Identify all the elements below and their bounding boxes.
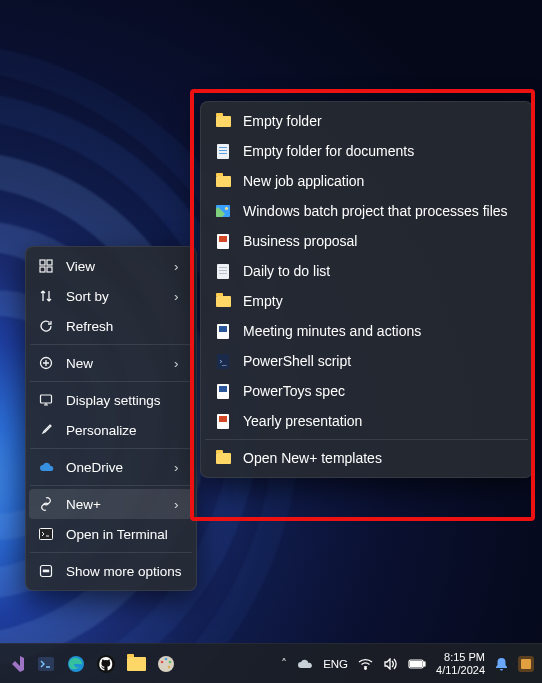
tmpl-powertoys-spec[interactable]: PowerToys spec <box>201 376 532 406</box>
ctx-label: Refresh <box>66 319 184 334</box>
svg-rect-5 <box>41 395 52 403</box>
tmpl-empty[interactable]: Empty <box>201 286 532 316</box>
svg-point-9 <box>45 570 47 572</box>
ctx-label: Personalize <box>66 423 184 438</box>
folder-icon <box>215 293 231 309</box>
ctx-new-plus[interactable]: New+ › <box>29 489 193 519</box>
taskbar-apps <box>0 650 180 678</box>
tmpl-job-application[interactable]: New job application <box>201 166 532 196</box>
more-icon <box>38 563 54 579</box>
chevron-right-icon: › <box>174 460 184 475</box>
clock-date: 4/11/2024 <box>436 664 485 677</box>
plus-circle-icon <box>38 355 54 371</box>
tmpl-label: PowerShell script <box>243 353 351 369</box>
tray-clock[interactable]: 8:15 PM 4/11/2024 <box>436 651 485 676</box>
sort-icon <box>38 288 54 304</box>
ctx-show-more[interactable]: Show more options <box>26 556 196 586</box>
tmpl-batch-project[interactable]: Windows batch project that processes fil… <box>201 196 532 226</box>
tray-volume-icon[interactable] <box>383 658 398 670</box>
ctx-label: New+ <box>66 497 162 512</box>
tmpl-label: Open New+ templates <box>243 450 382 466</box>
separator <box>205 439 528 440</box>
separator <box>30 381 192 382</box>
brush-icon <box>38 422 54 438</box>
desktop-context-menu: View › Sort by › Refresh New › Display s… <box>25 246 197 591</box>
chevron-right-icon: › <box>174 497 184 512</box>
tb-app-vs[interactable] <box>2 650 30 678</box>
svg-rect-22 <box>424 662 426 666</box>
svg-point-18 <box>168 665 171 668</box>
tray-app-icon[interactable] <box>518 656 534 672</box>
ctx-sort-by[interactable]: Sort by › <box>26 281 196 311</box>
ctx-label: Open in Terminal <box>66 527 184 542</box>
clock-time: 8:15 PM <box>444 651 485 664</box>
ctx-open-terminal[interactable]: Open in Terminal <box>26 519 196 549</box>
tmpl-label: New job application <box>243 173 364 189</box>
tray-battery-icon[interactable] <box>408 659 426 669</box>
powerpoint-icon <box>215 233 231 249</box>
tray-language[interactable]: ENG <box>323 658 348 670</box>
taskbar-tray-area: ˄ ENG 8:15 PM 4/11/2024 <box>281 651 542 676</box>
ctx-label: New <box>66 356 162 371</box>
chevron-right-icon: › <box>174 259 184 274</box>
ctx-view[interactable]: View › <box>26 251 196 281</box>
svg-rect-2 <box>40 267 45 272</box>
tmpl-empty-folder[interactable]: Empty folder <box>201 106 532 136</box>
word-icon <box>215 323 231 339</box>
tmpl-powershell[interactable]: ›_PowerShell script <box>201 346 532 376</box>
tmpl-label: Empty folder for documents <box>243 143 414 159</box>
tmpl-empty-folder-docs[interactable]: Empty folder for documents <box>201 136 532 166</box>
link-icon <box>38 496 54 512</box>
tray-chevron-up-icon[interactable]: ˄ <box>281 657 287 671</box>
tmpl-label: Business proposal <box>243 233 357 249</box>
tmpl-label: Daily to do list <box>243 263 330 279</box>
tb-app-edge[interactable] <box>62 650 90 678</box>
separator <box>30 552 192 553</box>
svg-point-19 <box>365 667 367 669</box>
tmpl-label: PowerToys spec <box>243 383 345 399</box>
chevron-right-icon: › <box>174 356 184 371</box>
svg-point-10 <box>47 570 49 572</box>
ctx-new[interactable]: New › <box>26 348 196 378</box>
tmpl-business-proposal[interactable]: Business proposal <box>201 226 532 256</box>
document-icon <box>215 143 231 159</box>
tmpl-meeting-minutes[interactable]: Meeting minutes and actions <box>201 316 532 346</box>
tmpl-label: Yearly presentation <box>243 413 362 429</box>
svg-rect-6 <box>40 529 53 540</box>
tmpl-label: Windows batch project that processes fil… <box>243 203 508 219</box>
tmpl-open-templates[interactable]: Open New+ templates <box>201 443 532 473</box>
svg-rect-11 <box>38 657 54 671</box>
tray-notifications-icon[interactable] <box>495 657 508 671</box>
tb-app-explorer[interactable] <box>122 650 150 678</box>
tmpl-label: Empty folder <box>243 113 322 129</box>
grid-icon <box>38 258 54 274</box>
image-icon <box>215 203 231 219</box>
tb-app-github[interactable] <box>92 650 120 678</box>
ctx-display-settings[interactable]: Display settings <box>26 385 196 415</box>
tb-app-paint[interactable] <box>152 650 180 678</box>
separator <box>30 344 192 345</box>
ctx-refresh[interactable]: Refresh <box>26 311 196 341</box>
tmpl-yearly-presentation[interactable]: Yearly presentation <box>201 406 532 436</box>
ctx-personalize[interactable]: Personalize <box>26 415 196 445</box>
tb-app-terminal[interactable] <box>32 650 60 678</box>
folder-icon <box>215 113 231 129</box>
cloud-icon <box>38 459 54 475</box>
tray-weather-icon[interactable] <box>297 658 313 670</box>
tray-wifi-icon[interactable] <box>358 658 373 670</box>
terminal-icon <box>38 526 54 542</box>
refresh-icon <box>38 318 54 334</box>
tmpl-label: Empty <box>243 293 283 309</box>
svg-point-8 <box>43 570 45 572</box>
folder-icon <box>215 173 231 189</box>
powershell-icon: ›_ <box>215 353 231 369</box>
ctx-onedrive[interactable]: OneDrive › <box>26 452 196 482</box>
ctx-label: Show more options <box>66 564 184 579</box>
svg-rect-24 <box>521 659 531 669</box>
powerpoint-icon <box>215 413 231 429</box>
svg-rect-3 <box>47 267 52 272</box>
tmpl-daily-todo[interactable]: Daily to do list <box>201 256 532 286</box>
ctx-label: OneDrive <box>66 460 162 475</box>
svg-rect-0 <box>40 260 45 265</box>
ctx-label: View <box>66 259 162 274</box>
